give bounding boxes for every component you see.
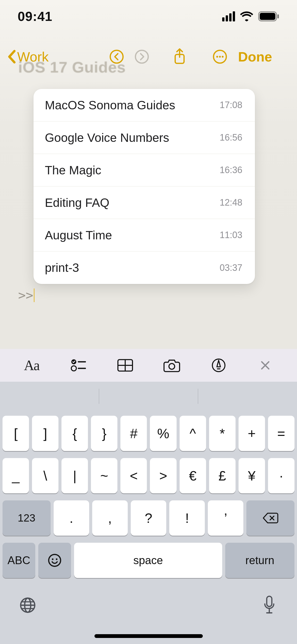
keyboard-row-1: [ ] { } # % ^ * + = <box>3 416 294 451</box>
key[interactable]: ? <box>131 500 166 536</box>
backspace-key[interactable] <box>246 500 294 536</box>
svg-point-22 <box>56 558 57 560</box>
divider <box>198 389 198 404</box>
suggestion-time: 03:37 <box>220 263 242 273</box>
key[interactable]: } <box>91 416 117 451</box>
key[interactable]: # <box>120 416 147 451</box>
format-button[interactable]: Aa <box>14 353 49 378</box>
return-key[interactable]: return <box>225 543 294 578</box>
svg-rect-26 <box>267 596 272 607</box>
keyboard-row-2: _ \ | ~ < > € £ ¥ · <box>3 458 294 493</box>
svg-point-9 <box>222 56 223 57</box>
dictation-key[interactable] <box>259 595 279 615</box>
divider <box>99 389 99 404</box>
key[interactable]: ’ <box>208 500 243 536</box>
redo-button <box>129 44 154 69</box>
status-right <box>222 11 279 21</box>
key[interactable]: * <box>209 416 236 451</box>
suggestion-title: The Magic <box>45 163 101 177</box>
suggestion-row[interactable]: The Magic 16:36 <box>34 154 255 186</box>
suggestion-row[interactable]: print-3 03:37 <box>34 251 255 284</box>
svg-rect-1 <box>260 13 275 20</box>
key[interactable]: £ <box>209 458 236 493</box>
key[interactable]: + <box>239 416 265 451</box>
keyboard-row-4: ABC space return <box>3 543 294 578</box>
suggestion-title: MacOS Sonoma Guides <box>45 98 175 112</box>
status-time: 09:41 <box>18 9 52 24</box>
key[interactable]: { <box>61 416 88 451</box>
svg-point-17 <box>169 364 175 369</box>
suggestion-title: August Time <box>45 228 112 242</box>
suggestion-row[interactable]: Google Voice Numbers 16:56 <box>34 121 255 154</box>
close-accessory-button[interactable] <box>248 353 283 378</box>
line-prefix: >> <box>18 288 33 303</box>
emoji-key[interactable] <box>38 543 71 578</box>
markup-button[interactable] <box>201 353 236 378</box>
table-button[interactable] <box>108 353 143 378</box>
suggestion-time: 17:08 <box>220 100 242 110</box>
svg-point-4 <box>136 50 148 63</box>
suggestion-time: 12:48 <box>220 197 242 208</box>
space-key[interactable]: space <box>74 543 222 578</box>
share-button[interactable] <box>167 44 192 69</box>
key[interactable]: \ <box>32 458 58 493</box>
key[interactable]: ! <box>169 500 205 536</box>
done-button[interactable]: Done <box>238 49 272 65</box>
key[interactable]: € <box>180 458 206 493</box>
key[interactable]: [ <box>3 416 29 451</box>
globe-key[interactable] <box>18 595 38 615</box>
suggestion-time: 16:36 <box>220 165 242 175</box>
battery-icon <box>258 11 279 21</box>
keyboard-row-3: 123 . , ? ! ’ <box>3 500 294 536</box>
svg-point-8 <box>219 56 221 57</box>
key[interactable]: % <box>150 416 176 451</box>
text-cursor <box>34 288 35 302</box>
suggestion-row[interactable]: Editing FAQ 12:48 <box>34 186 255 219</box>
key[interactable]: < <box>120 458 147 493</box>
numeric-key[interactable]: 123 <box>3 500 51 536</box>
home-indicator[interactable] <box>94 634 203 638</box>
suggestion-title: Editing FAQ <box>45 196 109 210</box>
key[interactable]: ] <box>32 416 58 451</box>
suggestion-time: 16:56 <box>220 132 242 143</box>
svg-point-21 <box>52 558 53 560</box>
svg-point-20 <box>49 554 60 566</box>
key[interactable]: ~ <box>91 458 117 493</box>
svg-rect-2 <box>277 14 279 18</box>
checklist-button[interactable] <box>61 353 96 378</box>
key[interactable]: ^ <box>180 416 206 451</box>
key[interactable]: _ <box>3 458 29 493</box>
accessory-toolbar: Aa <box>0 349 297 382</box>
suggestion-time: 11:03 <box>220 230 242 240</box>
suggestion-title: Google Voice Numbers <box>45 131 169 145</box>
key[interactable]: > <box>150 458 176 493</box>
camera-button[interactable] <box>154 353 189 378</box>
key[interactable]: | <box>61 458 88 493</box>
keyboard-footer <box>3 585 294 620</box>
wifi-icon <box>240 11 253 21</box>
svg-point-7 <box>216 56 218 57</box>
status-bar: 09:41 <box>0 0 297 33</box>
key[interactable]: · <box>268 458 294 493</box>
key[interactable]: ¥ <box>239 458 265 493</box>
suggestion-title: print-3 <box>45 261 79 275</box>
key[interactable]: = <box>268 416 294 451</box>
key[interactable]: , <box>92 500 128 536</box>
abc-key[interactable]: ABC <box>3 543 35 578</box>
more-button[interactable] <box>207 44 233 69</box>
editor-current-line[interactable]: >> <box>18 288 35 303</box>
key[interactable]: . <box>54 500 89 536</box>
keyboard: [ ] { } # % ^ * + = _ \ | ~ < > € £ ¥ · … <box>0 411 297 644</box>
suggestion-row[interactable]: August Time 11:03 <box>34 219 255 251</box>
cellular-icon <box>222 11 235 21</box>
suggestion-strip <box>0 382 297 411</box>
link-suggestions-popover: MacOS Sonoma Guides 17:08 Google Voice N… <box>34 89 255 284</box>
svg-point-12 <box>71 366 76 371</box>
note-title-ghost: iOS 17 Guides <box>18 58 126 76</box>
suggestion-row[interactable]: MacOS Sonoma Guides 17:08 <box>34 89 255 121</box>
